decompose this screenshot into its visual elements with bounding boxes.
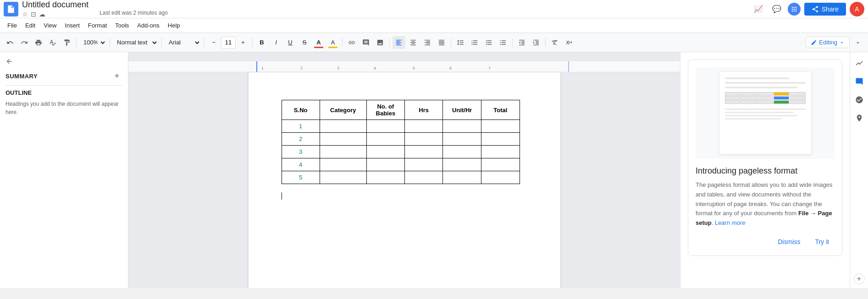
share-label: Share	[822, 5, 839, 13]
summary-section-header: SUMMARY +	[6, 71, 122, 82]
bulleted-list-button[interactable]	[482, 36, 495, 49]
strikethrough-button[interactable]: S	[298, 36, 311, 49]
document-table[interactable]: S.No Category No. ofBabies Hrs Unit/Hr T…	[282, 100, 520, 184]
row-num-5: 5	[299, 174, 302, 181]
align-right-button[interactable]	[421, 36, 434, 49]
svg-text:4: 4	[374, 66, 376, 71]
editing-mode-button[interactable]: Editing	[806, 37, 850, 48]
document-page[interactable]: S.No Category No. ofBabies Hrs Unit/Hr T…	[249, 72, 560, 288]
cell-unit-2[interactable]	[443, 133, 481, 146]
cell-unit-1[interactable]	[443, 120, 481, 133]
menu-format[interactable]: Format	[84, 20, 111, 31]
cell-cat-2[interactable]	[320, 133, 366, 146]
align-center-button[interactable]	[407, 36, 420, 49]
cell-total-4[interactable]	[481, 158, 520, 171]
menu-help[interactable]: Help	[164, 20, 184, 31]
font-size-input[interactable]	[221, 37, 236, 49]
learn-more-link[interactable]: Learn more	[715, 219, 745, 226]
decrease-indent-button[interactable]	[515, 36, 528, 49]
try-it-button[interactable]: Try it	[809, 235, 835, 248]
activity-sparkline-icon[interactable]	[852, 56, 867, 71]
align-left-button[interactable]	[393, 36, 405, 49]
cell-total-1[interactable]	[481, 120, 520, 133]
sidebar-back-button[interactable]	[6, 58, 122, 65]
insert-image-button[interactable]	[374, 36, 387, 49]
cell-total-2[interactable]	[481, 133, 520, 146]
cell-babies-5[interactable]	[366, 171, 404, 184]
cell-cat-3[interactable]	[320, 146, 366, 158]
paint-format-button[interactable]	[61, 36, 73, 49]
cursor-position[interactable]	[282, 191, 527, 201]
doc-title[interactable]: Untitled document	[22, 0, 88, 10]
document-area[interactable]: 1 2 3 4 5 6 7 S.No Category No. ofBabies…	[128, 52, 680, 288]
cell-hrs-2[interactable]	[405, 133, 443, 146]
underline-button[interactable]: U	[284, 36, 297, 49]
cell-unit-5[interactable]	[443, 171, 481, 184]
cloud-icon[interactable]: ☁	[39, 11, 45, 18]
style-select[interactable]: Normal text Heading 1 Heading 2 Heading …	[113, 36, 159, 49]
menu-insert[interactable]: Insert	[61, 20, 83, 31]
outline-title: OUTLINE	[6, 89, 122, 96]
map-pin-icon[interactable]	[852, 111, 867, 125]
insert-comment-button[interactable]	[359, 36, 372, 49]
menu-view[interactable]: View	[40, 20, 60, 31]
italic-button[interactable]: I	[270, 36, 282, 49]
cell-babies-4[interactable]	[366, 158, 404, 171]
avatar[interactable]: A	[850, 2, 864, 16]
line-spacing-button[interactable]	[454, 36, 467, 49]
collapse-toolbar-button[interactable]	[851, 36, 864, 49]
svg-text:1: 1	[261, 66, 264, 71]
bold-button[interactable]: B	[255, 36, 268, 49]
cell-cat-4[interactable]	[320, 158, 366, 171]
cell-babies-2[interactable]	[366, 133, 404, 146]
numbered-list-button[interactable]	[497, 36, 509, 49]
cell-cat-5[interactable]	[320, 171, 366, 184]
zoom-select[interactable]: 100% 75% 125% 150%	[79, 36, 107, 49]
superscript-button[interactable]: XH	[563, 36, 575, 49]
header-total: Total	[481, 100, 520, 120]
print-button[interactable]	[32, 36, 45, 49]
dismiss-button[interactable]: Dismiss	[772, 235, 806, 248]
cell-total-5[interactable]	[481, 171, 520, 184]
google-apps-icon[interactable]	[788, 3, 801, 16]
undo-button[interactable]	[4, 36, 17, 49]
summary-add-button[interactable]: +	[111, 71, 122, 82]
align-justify-button[interactable]	[435, 36, 448, 49]
menu-add-ons[interactable]: Add-ons	[133, 20, 163, 31]
activity-icon[interactable]: 📈	[751, 2, 766, 16]
star-icon[interactable]: ☆	[22, 11, 28, 18]
comment-icon-top[interactable]: 💬	[769, 2, 784, 16]
font-size-decrease-button[interactable]: −	[207, 36, 220, 49]
text-color-button[interactable]: A	[312, 36, 325, 49]
cell-babies-3[interactable]	[366, 146, 404, 158]
share-button[interactable]: Share	[804, 3, 846, 16]
insert-link-button[interactable]	[345, 36, 358, 49]
add-panel-button[interactable]: +	[854, 273, 865, 284]
cell-total-3[interactable]	[481, 146, 520, 158]
table-row: 4	[282, 158, 520, 171]
cell-babies-1[interactable]	[366, 120, 404, 133]
cell-unit-3[interactable]	[443, 146, 481, 158]
move-to-drive-icon[interactable]: ⊡	[31, 11, 36, 18]
menu-tools[interactable]: Tools	[111, 20, 133, 31]
summary-title: SUMMARY	[6, 73, 38, 80]
spell-check-button[interactable]	[46, 36, 59, 49]
check-circle-icon[interactable]	[852, 92, 867, 107]
chat-bubble-icon[interactable]	[852, 74, 867, 89]
font-select[interactable]: Arial Times New Roman Georgia Verdana	[165, 36, 201, 49]
cell-hrs-4[interactable]	[405, 158, 443, 171]
increase-indent-button[interactable]	[530, 36, 542, 49]
clear-formatting-button[interactable]	[548, 36, 561, 49]
cell-hrs-5[interactable]	[405, 171, 443, 184]
font-size-increase-button[interactable]: +	[237, 36, 249, 49]
cell-cat-1[interactable]	[320, 120, 366, 133]
menu-edit[interactable]: Edit	[22, 20, 39, 31]
cell-hrs-3[interactable]	[405, 146, 443, 158]
cell-hrs-1[interactable]	[405, 120, 443, 133]
redo-button[interactable]	[18, 36, 31, 49]
checklist-button[interactable]	[468, 36, 481, 49]
menu-file[interactable]: File	[4, 20, 21, 31]
highlight-color-button[interactable]: A	[326, 36, 339, 49]
header-babies: No. ofBabies	[366, 100, 404, 120]
cell-unit-4[interactable]	[443, 158, 481, 171]
